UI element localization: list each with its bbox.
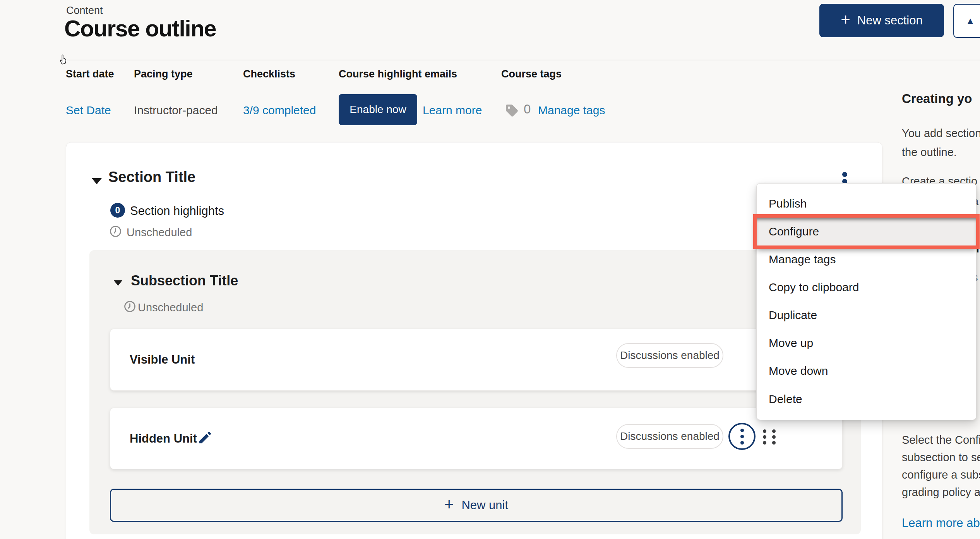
discussions-enabled-label: Discussions enabled: [620, 430, 720, 443]
manage-tags-link[interactable]: Manage tags: [538, 104, 605, 117]
menu-item-publish[interactable]: Publish: [757, 190, 976, 218]
clock-icon: [124, 300, 136, 312]
sidebar-paragraph-line: You add section: [902, 127, 980, 140]
enable-now-label: Enable now: [350, 103, 406, 116]
menu-item-copy-to-clipboard[interactable]: Copy to clipboard: [757, 273, 976, 301]
checklists-link[interactable]: 3/9 completed: [243, 104, 316, 117]
start-date-label: Start date: [66, 68, 114, 80]
section-highlights-badge: 0: [110, 203, 125, 218]
learn-more-link[interactable]: Learn more: [423, 104, 482, 117]
clock-icon: [110, 225, 122, 237]
new-unit-label: New unit: [461, 498, 508, 512]
new-section-button[interactable]: + New section: [819, 4, 944, 37]
section-title[interactable]: Section Title: [108, 169, 195, 185]
menu-item-duplicate[interactable]: Duplicate: [757, 301, 976, 329]
checklists-label: Checklists: [243, 68, 295, 80]
discussions-enabled-badge: Discussions enabled: [616, 424, 723, 449]
breadcrumb-content: Content: [66, 5, 103, 17]
tag-count: 0: [524, 102, 531, 117]
new-section-label: New section: [857, 14, 923, 27]
course-outline-page: Content Course outline + New section ▲ S…: [0, 0, 980, 539]
menu-item-configure[interactable]: Configure: [757, 218, 976, 245]
sidebar-paragraph-line: grading policy a: [902, 486, 980, 499]
menu-item-move-down[interactable]: Move down: [757, 357, 976, 385]
unit-kebab-menu-button[interactable]: [728, 423, 756, 450]
subsection-schedule: Unscheduled: [138, 301, 203, 314]
collapse-all-button[interactable]: ▲: [953, 4, 980, 38]
set-date-link[interactable]: Set Date: [66, 104, 111, 117]
sidebar-paragraph-line: the outline.: [902, 146, 957, 159]
highlight-emails-label: Course highlight emails: [339, 68, 457, 80]
header-divider: [66, 60, 980, 60]
new-unit-button[interactable]: + New unit: [110, 489, 843, 522]
plus-icon: +: [444, 496, 454, 513]
section-context-menu: Publish Configure Manage tags Copy to cl…: [756, 183, 977, 420]
enable-now-button[interactable]: Enable now: [339, 94, 417, 125]
sidebar-learn-more-link[interactable]: Learn more ab: [902, 516, 980, 530]
drag-handle[interactable]: [763, 429, 778, 445]
caret-up-icon: ▲: [966, 15, 975, 26]
menu-item-delete[interactable]: Delete: [757, 385, 976, 413]
course-tags-label: Course tags: [501, 68, 562, 80]
menu-item-move-up[interactable]: Move up: [757, 329, 976, 357]
section-schedule: Unscheduled: [127, 226, 192, 239]
unit-title[interactable]: Hidden Unit: [130, 432, 197, 446]
mouse-cursor-icon: [58, 53, 70, 65]
discussions-enabled-badge: Discussions enabled: [616, 343, 723, 368]
sidebar-paragraph-line: configure a subs: [902, 469, 980, 481]
discussions-enabled-label: Discussions enabled: [620, 349, 720, 362]
section-highlights-link[interactable]: Section highlights: [130, 204, 224, 218]
edit-pencil-icon[interactable]: [197, 430, 213, 445]
menu-item-manage-tags[interactable]: Manage tags: [757, 245, 976, 273]
section-collapse-caret[interactable]: [92, 178, 102, 184]
subsection-collapse-caret[interactable]: [114, 280, 122, 286]
pacing-type-value: Instructor-paced: [134, 104, 218, 117]
subsection-title[interactable]: Subsection Title: [131, 273, 238, 289]
sidebar-heading: Creating yo: [902, 91, 972, 106]
sidebar-paragraph-line: subsection to se: [902, 451, 980, 464]
unit-row: Visible Unit: [110, 329, 843, 391]
page-title: Course outline: [64, 15, 216, 42]
sidebar-paragraph-line: Select the Confi: [902, 434, 980, 446]
unit-title[interactable]: Visible Unit: [130, 353, 195, 367]
tag-icon: [504, 103, 519, 118]
plus-icon: +: [841, 12, 850, 28]
pacing-type-label: Pacing type: [134, 68, 193, 80]
